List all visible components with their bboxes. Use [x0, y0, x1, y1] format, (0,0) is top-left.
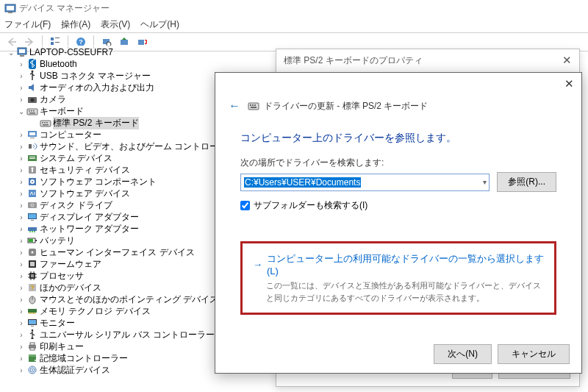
expand-icon[interactable]: ›: [16, 202, 26, 210]
svg-point-59: [32, 252, 34, 254]
tree-category-label: サウンド、ビデオ、およびゲーム コントローラー: [40, 140, 236, 153]
svg-rect-81: [30, 348, 35, 350]
tree-category-label: ヒューマン インターフェイス デバイス: [40, 246, 195, 259]
svg-point-87: [32, 369, 33, 371]
expand-icon[interactable]: ›: [16, 354, 26, 363]
tree-category-label: ソフトウェア コンポーネント: [40, 176, 157, 188]
firmware-icon: [26, 258, 38, 270]
pick-from-list-option[interactable]: → コンピューター上の利用可能なドライバーの一覧から選択します(L) この一覧に…: [240, 241, 556, 315]
expand-icon[interactable]: ›: [16, 96, 26, 104]
expand-icon[interactable]: ›: [16, 143, 26, 151]
expand-icon[interactable]: ›: [16, 178, 26, 186]
other-icon: ?: [26, 282, 38, 293]
expand-icon[interactable]: ›: [16, 366, 26, 374]
audio-icon: [26, 82, 38, 93]
expand-icon[interactable]: ›: [16, 225, 26, 233]
svg-rect-76: [31, 326, 34, 327]
include-subfolders-checkbox[interactable]: サブフォルダーも検索する(I): [240, 199, 556, 212]
tree-root-node[interactable]: ⌄LAPTOP-C5SEUFR7: [0, 46, 257, 58]
menu-bar: ファイル(F) 操作(A) 表示(V) ヘルプ(H): [0, 17, 588, 33]
menu-file[interactable]: ファイル(F): [4, 18, 51, 31]
cpu-icon: [26, 270, 38, 282]
expand-icon[interactable]: ›: [16, 213, 26, 221]
svg-rect-73: [35, 313, 35, 314]
svg-rect-12: [138, 40, 144, 45]
expand-icon[interactable]: ›: [16, 154, 26, 163]
expand-icon[interactable]: ⌄: [16, 107, 26, 115]
menu-view[interactable]: 表示(V): [101, 18, 130, 31]
svg-point-77: [32, 329, 34, 332]
expand-icon[interactable]: ›: [16, 260, 26, 268]
svg-point-18: [32, 71, 34, 73]
monitor-icon: [26, 317, 38, 329]
close-icon[interactable]: ✕: [562, 54, 572, 67]
svg-rect-1: [7, 6, 14, 10]
subfolder-label: サブフォルダーも検索する(I): [254, 199, 368, 212]
driver-path-input[interactable]: C:¥Users¥USER¥Documents ▾: [240, 174, 490, 191]
title-bar: デバイス マネージャー: [0, 0, 588, 17]
collapse-icon[interactable]: ⌄: [6, 49, 16, 57]
back-arrow-icon[interactable]: ←: [229, 99, 240, 113]
hid-icon: [26, 246, 38, 258]
close-icon[interactable]: ✕: [564, 77, 574, 90]
svg-point-52: [29, 231, 31, 232]
svg-rect-3: [51, 38, 54, 40]
expand-icon[interactable]: ›: [16, 343, 26, 351]
tree-category-label: プロセッサ: [40, 270, 84, 282]
menu-action[interactable]: 操作(A): [61, 18, 90, 31]
expand-icon[interactable]: ›: [16, 331, 26, 339]
expand-icon[interactable]: ›: [16, 307, 26, 316]
menu-help[interactable]: ヘルプ(H): [140, 18, 179, 31]
svg-rect-72: [33, 313, 34, 314]
tree-category-label: オーディオの入力および出力: [40, 82, 154, 94]
expand-icon[interactable]: ›: [16, 60, 26, 68]
svg-point-43: [32, 181, 33, 182]
expand-icon[interactable]: ›: [16, 190, 26, 198]
app-title: デバイス マネージャー: [19, 2, 110, 15]
next-button[interactable]: 次へ(N): [434, 344, 492, 364]
tree-category-label: 生体認証デバイス: [40, 364, 110, 377]
svg-rect-50: [31, 220, 34, 221]
dropdown-icon[interactable]: ▾: [483, 178, 487, 186]
svg-rect-69: [29, 313, 29, 314]
tree-category-label: メモリ テクノロジ デバイス: [40, 305, 151, 318]
tree-root-label: LAPTOP-C5SEUFR7: [29, 47, 113, 57]
tree-category-node[interactable]: ›Bluetooth: [0, 58, 257, 70]
dialog-title: ドライバーの更新 - 標準 PS/2 キーボード: [264, 100, 428, 113]
expand-icon[interactable]: ›: [16, 319, 26, 327]
expand-icon[interactable]: ›: [16, 237, 26, 245]
expand-icon[interactable]: ›: [16, 166, 26, 174]
svg-rect-51: [28, 227, 37, 231]
tree-category-label: セキュリティ デバイス: [40, 164, 130, 177]
tree-category-label: マウスとそのほかのポインティング デバイス: [40, 293, 218, 306]
expand-icon[interactable]: ›: [16, 272, 26, 280]
svg-rect-25: [29, 113, 35, 114]
computer-icon: [26, 129, 38, 140]
usb-icon: [26, 70, 38, 82]
expand-icon[interactable]: ›: [16, 284, 26, 292]
svg-rect-70: [30, 313, 31, 314]
svg-rect-26: [40, 121, 51, 126]
tree-category-label: バッテリ: [40, 235, 75, 247]
cancel-button[interactable]: キャンセル: [498, 344, 570, 364]
svg-rect-2: [8, 12, 12, 13]
svg-rect-36: [29, 157, 35, 157]
browse-button[interactable]: 参照(R)...: [497, 172, 556, 192]
expand-icon[interactable]: ›: [16, 84, 26, 92]
expand-icon[interactable]: ›: [16, 249, 26, 257]
svg-rect-61: [30, 262, 35, 266]
svg-rect-32: [29, 132, 35, 135]
search-location-label: 次の場所でドライバーを検索します:: [240, 157, 556, 169]
expand-icon[interactable]: ›: [16, 131, 26, 139]
subfolder-checkbox-input[interactable]: [240, 201, 250, 210]
tree-category-label: コンピューター: [40, 129, 101, 141]
svg-rect-24: [33, 110, 35, 112]
dialog-heading: コンピューター上のドライバーを参照します。: [240, 132, 556, 145]
expand-icon[interactable]: ›: [16, 296, 26, 304]
battery-icon: [26, 235, 38, 246]
expand-icon[interactable]: ›: [16, 72, 26, 80]
component-icon: [26, 176, 38, 188]
mouse-icon: [26, 293, 38, 305]
properties-title: 標準 PS/2 キーボードのプロパティ: [284, 54, 423, 67]
svg-rect-4: [55, 38, 60, 38]
